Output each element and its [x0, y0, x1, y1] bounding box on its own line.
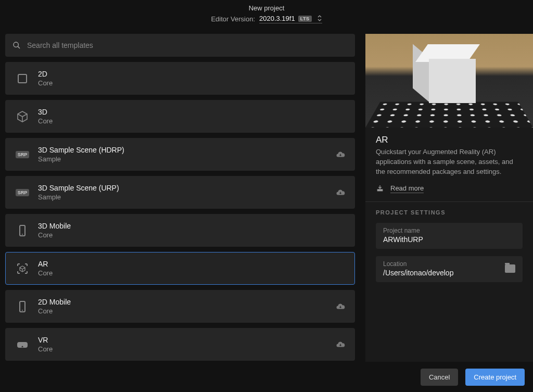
svg-line-1 [18, 46, 20, 48]
template-category: Core [38, 269, 345, 277]
template-name: 2D [38, 70, 345, 78]
read-more-row: Read more [376, 184, 523, 193]
location-label: Location [383, 260, 505, 268]
template-name: AR [38, 260, 345, 268]
template-text: 2DCore [38, 70, 345, 87]
download-page-icon [376, 184, 384, 193]
cancel-button[interactable]: Cancel [421, 369, 458, 386]
template-category: Sample [38, 155, 327, 163]
template-name: 2D Mobile [38, 298, 327, 306]
template-text: 3D MobileCore [38, 222, 345, 239]
editor-version-label: Editor Version: [211, 15, 255, 23]
cloud-download-icon [336, 188, 345, 197]
template-category: Core [38, 79, 345, 87]
template-name: 3D Sample Scene (URP) [38, 184, 327, 192]
srp-icon: SRP [15, 147, 30, 162]
svg-point-6 [22, 310, 23, 311]
srp-icon: SRP [15, 185, 30, 200]
template-detail-title: AR [376, 135, 523, 145]
template-category: Core [38, 345, 327, 353]
template-detail-body: AR Quickstart your Augmented Reality (AR… [365, 128, 533, 202]
location-input[interactable] [383, 269, 505, 277]
template-item-ar[interactable]: ARCore [5, 252, 355, 285]
template-text: VRCore [38, 336, 327, 353]
chevron-updown-icon [317, 15, 322, 22]
template-text: 3D Sample Scene (URP)Sample [38, 184, 327, 201]
svg-rect-8 [377, 189, 383, 191]
template-category: Core [38, 117, 345, 125]
template-name: 3D Mobile [38, 222, 345, 230]
project-settings-section: PROJECT SETTINGS Project name Location [365, 202, 533, 297]
template-text: 3DCore [38, 108, 345, 125]
search-input[interactable] [27, 41, 348, 49]
template-scroll[interactable]: 2DCore3DCoreSRP3D Sample Scene (HDRP)Sam… [0, 34, 365, 362]
dialog-header: New project Editor Version: 2020.3.19f1 … [0, 0, 533, 31]
search-bar[interactable] [5, 34, 355, 57]
template-detail-description: Quickstart your Augmented Reality (AR) a… [376, 147, 523, 177]
vr-icon [15, 337, 30, 352]
template-item-3d-sample-scene-urp-[interactable]: SRP3D Sample Scene (URP)Sample [5, 176, 355, 209]
svg-point-0 [14, 42, 18, 47]
svg-rect-2 [18, 74, 27, 83]
create-project-button[interactable]: Create project [465, 369, 525, 386]
svg-point-4 [22, 234, 23, 235]
mobile-icon [15, 299, 30, 314]
template-name: 3D Sample Scene (HDRP) [38, 146, 327, 154]
template-panel: 2DCore3DCoreSRP3D Sample Scene (HDRP)Sam… [0, 31, 365, 362]
lts-badge: LTS [298, 16, 312, 22]
location-field[interactable]: Location [376, 256, 523, 282]
template-text: ARCore [38, 260, 345, 277]
cloud-download-icon [336, 150, 345, 159]
template-text: 3D Sample Scene (HDRP)Sample [38, 146, 327, 163]
cloud-download-icon [336, 340, 345, 349]
read-more-link[interactable]: Read more [390, 184, 424, 193]
template-item-vr[interactable]: VRCore [5, 328, 355, 361]
template-text: 2D MobileCore [38, 298, 327, 315]
template-item-3d-sample-scene-hdrp-[interactable]: SRP3D Sample Scene (HDRP)Sample [5, 138, 355, 171]
project-name-input[interactable] [383, 235, 515, 244]
main-area: 2DCore3DCoreSRP3D Sample Scene (HDRP)Sam… [0, 31, 533, 362]
cloud-download-icon [336, 302, 345, 311]
dialog-footer: Cancel Create project [0, 362, 533, 392]
template-category: Sample [38, 193, 327, 201]
template-item-2d-mobile[interactable]: 2D MobileCore [5, 290, 355, 323]
template-item-2d[interactable]: 2DCore [5, 62, 355, 95]
folder-icon[interactable] [505, 264, 515, 273]
editor-version-row: Editor Version: 2020.3.19f1 LTS [211, 14, 322, 23]
mobile-icon [15, 223, 30, 238]
template-name: VR [38, 336, 327, 344]
project-settings-heading: PROJECT SETTINGS [376, 209, 523, 216]
square-icon [15, 71, 30, 86]
template-category: Core [38, 307, 327, 315]
template-preview-image [365, 34, 533, 128]
search-icon [12, 41, 21, 49]
template-item-3d[interactable]: 3DCore [5, 100, 355, 133]
template-name: 3D [38, 108, 345, 116]
editor-version-value: 2020.3.19f1 [259, 15, 295, 22]
template-category: Core [38, 231, 345, 239]
template-item-3d-mobile[interactable]: 3D MobileCore [5, 214, 355, 247]
project-name-field[interactable]: Project name [376, 223, 523, 249]
editor-version-select[interactable]: 2020.3.19f1 LTS [259, 14, 322, 23]
ar-icon [15, 261, 30, 276]
detail-panel: AR Quickstart your Augmented Reality (AR… [365, 34, 533, 362]
project-name-label: Project name [383, 227, 515, 234]
cube-icon [15, 109, 30, 124]
dialog-title: New project [249, 4, 285, 12]
